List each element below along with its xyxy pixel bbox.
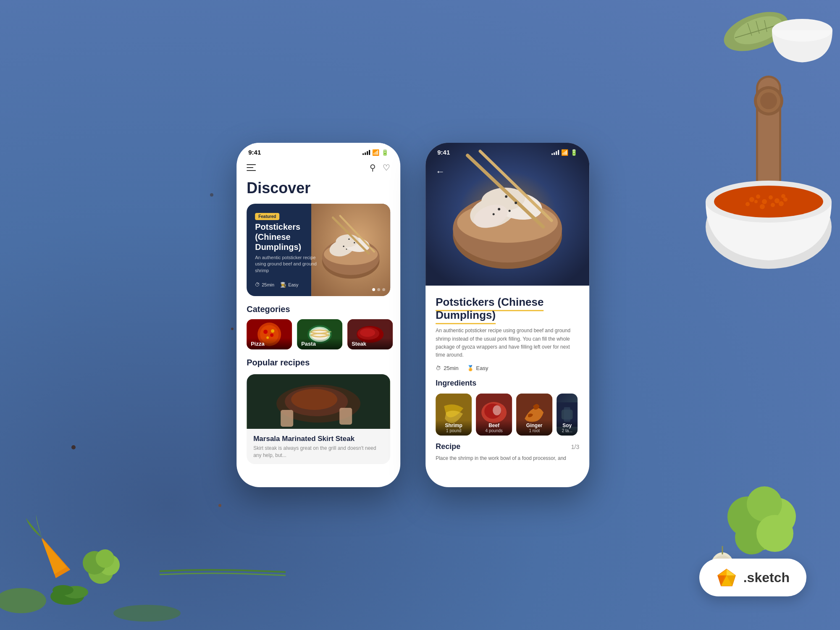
popular-recipe-name: Marsala Marinated Skirt Steak (253, 435, 383, 443)
detail-dumpling-visual (425, 143, 589, 286)
bowl-decoration (764, 0, 840, 76)
detail-battery-icon: 🔋 (570, 149, 578, 156)
categories-row: Pizza Pasta Steak (236, 319, 400, 349)
category-pizza[interactable]: Pizza (247, 319, 292, 349)
favorite-icon[interactable]: ♡ (383, 163, 390, 173)
ingredient-soy[interactable]: Soy 2 ta... (556, 394, 578, 436)
leaf-decoration (714, 0, 798, 63)
ginger-name: Ginger (519, 423, 550, 428)
svg-point-23 (760, 204, 765, 209)
svg-point-39 (739, 508, 781, 550)
shrimp-amount: 1 pound (438, 428, 469, 433)
svg-point-14 (706, 181, 832, 223)
svg-point-1 (730, 10, 786, 50)
svg-point-35 (113, 605, 181, 622)
svg-rect-9 (758, 78, 779, 225)
svg-point-91 (514, 202, 517, 204)
category-pasta[interactable]: Pasta (297, 319, 342, 349)
beef-amount: 4 pounds (478, 428, 509, 433)
spice-dot-4 (218, 504, 221, 507)
svg-point-94 (509, 210, 511, 212)
spice-dot-3 (71, 445, 76, 449)
back-button[interactable]: ← (436, 166, 445, 177)
svg-rect-78 (281, 410, 293, 427)
svg-point-77 (291, 389, 337, 410)
menu-button[interactable] (247, 164, 256, 171)
status-time-1: 9:41 (248, 149, 261, 156)
ingredient-shrimp[interactable]: Shrimp 1 pound (436, 394, 472, 436)
svg-rect-79 (339, 408, 352, 425)
detail-difficulty-meta: 🏅 Easy (467, 365, 488, 371)
recipe-section-header: Recipe 1/3 (436, 436, 579, 454)
svg-point-10 (754, 86, 783, 116)
popular-recipe-card[interactable]: Marsala Marinated Skirt Steak Skirt stea… (247, 374, 390, 464)
svg-point-21 (781, 194, 785, 198)
phones-container: 9:41 📶 🔋 ⚲ ♡ Discover (236, 143, 589, 487)
detail-wifi-icon: 📶 (561, 149, 568, 156)
beef-name: Beef (478, 423, 509, 428)
svg-point-42 (747, 486, 782, 522)
detail-difficulty-icon: 🏅 (467, 365, 474, 371)
popular-recipe-description: Skirt steak is always great on the grill… (253, 445, 383, 459)
svg-point-43 (735, 521, 769, 554)
status-bar-1: 9:41 📶 🔋 (236, 143, 400, 159)
ginger-amount: 1 root (519, 428, 550, 433)
hero-title: Potstickers (Chinese Dumplings) (255, 222, 317, 252)
svg-point-6 (772, 19, 832, 42)
ingredients-list: Shrimp 1 pound Beef (436, 394, 579, 436)
dot-2 (377, 288, 380, 291)
discover-header: ⚲ ♡ (236, 159, 400, 179)
steak-recipe-visual (247, 374, 390, 429)
svg-point-44 (756, 515, 793, 552)
svg-point-93 (493, 213, 495, 215)
search-icon[interactable]: ⚲ (370, 163, 376, 173)
detail-title-wrap: Potstickers (Chinese Dumplings) (436, 296, 579, 322)
svg-line-2 (735, 25, 777, 38)
dot-3 (382, 288, 385, 291)
header-action-icons: ⚲ ♡ (370, 163, 390, 173)
hero-difficulty: 👨‍🍳 Easy (280, 282, 298, 288)
svg-point-15 (714, 186, 823, 218)
phone-discover: 9:41 📶 🔋 ⚲ ♡ Discover (236, 143, 400, 487)
svg-point-34 (0, 588, 46, 613)
svg-point-16 (749, 197, 754, 202)
detail-clock-icon: ⏱ (436, 365, 441, 371)
lentils-decoration (689, 118, 840, 277)
hero-meta: ⏱ 25min 👨‍🍳 Easy (255, 282, 317, 288)
hero-card-content: Featured Potstickers (Chinese Dumplings)… (247, 204, 326, 296)
recipe-pagination: 1/3 (571, 444, 579, 450)
svg-point-26 (754, 200, 758, 203)
detail-hero-image: 9:41 📶 🔋 ← (425, 143, 589, 286)
detail-body: Potstickers (Chinese Dumplings) An authe… (425, 286, 589, 462)
pasta-label: Pasta (297, 338, 342, 349)
svg-point-30 (88, 559, 113, 584)
svg-point-33 (96, 549, 114, 568)
svg-point-31 (99, 554, 120, 575)
ingredient-ginger[interactable]: Ginger 1 root (516, 394, 552, 436)
wooden-board-decoration (731, 76, 806, 227)
soy-name: Soy (559, 423, 575, 428)
svg-point-13 (706, 185, 832, 269)
categories-title: Categories (236, 296, 400, 319)
category-steak[interactable]: Steak (347, 319, 393, 349)
ginger-label: Ginger 1 root (516, 420, 552, 436)
hero-card[interactable]: Featured Potstickers (Chinese Dumplings)… (247, 204, 390, 296)
popular-recipe-info: Marsala Marinated Skirt Steak Skirt stea… (247, 429, 390, 464)
beef-label: Beef 4 pounds (476, 420, 512, 436)
svg-point-17 (756, 194, 760, 199)
svg-point-27 (783, 197, 788, 202)
svg-point-66 (271, 329, 274, 333)
detail-time-meta: ⏱ 25min (436, 365, 458, 371)
svg-point-18 (762, 199, 767, 204)
steak-label: Steak (347, 338, 393, 349)
ingredient-beef[interactable]: Beef 4 pounds (476, 394, 512, 436)
svg-point-36 (50, 588, 84, 605)
clock-icon: ⏱ (255, 282, 260, 288)
sketch-logo (716, 567, 737, 588)
detail-time: 9:41 (437, 149, 450, 156)
svg-point-20 (774, 198, 780, 203)
detail-difficulty-value: Easy (476, 365, 488, 371)
svg-line-3 (748, 23, 752, 36)
ingredients-section-title: Ingredients (436, 379, 579, 388)
signal-icon-1 (362, 150, 370, 155)
